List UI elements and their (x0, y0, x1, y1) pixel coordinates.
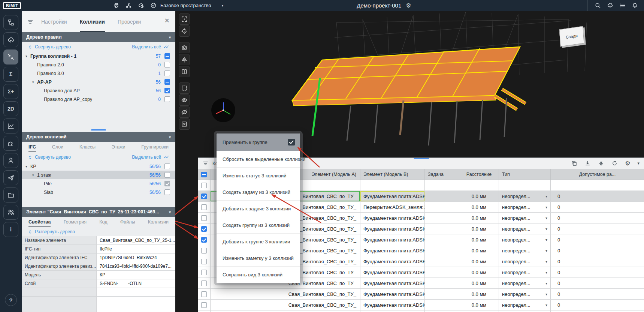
collision-tree-item[interactable]: ▾ 1 этаж 56/56 (22, 171, 175, 179)
hide-elements-button[interactable] (179, 106, 190, 118)
menu-item[interactable]: Создать группу из 3 коллизий (217, 217, 300, 233)
panel-tab[interactable]: Коллизии (80, 11, 105, 32)
workspace-selector[interactable]: Базовое пространство ▾ (160, 3, 224, 8)
cell-allowed-value[interactable]: 0 (551, 202, 644, 212)
show-elements-button[interactable] (179, 94, 190, 106)
cell-task[interactable] (425, 191, 459, 201)
print-button[interactable] (113, 2, 120, 9)
section-resize-handle[interactable] (91, 129, 106, 130)
panel-resize-handle[interactable] (414, 158, 429, 159)
cell-task[interactable] (425, 180, 459, 190)
row-checkbox[interactable] (201, 280, 207, 286)
cell-type-dropdown[interactable]: неопредел... ▾ (499, 224, 551, 234)
cell-type-dropdown[interactable]: неопредел... ▾ (499, 278, 551, 288)
project-settings-gear-icon[interactable]: ⚙ (406, 2, 411, 9)
cell-element-a[interactable]: Свая_Винтовая_СВС_по_ТУ_ (211, 289, 360, 299)
row-checkbox[interactable] (201, 194, 207, 199)
collapse-panel-chevron-icon[interactable]: ▾ (637, 161, 640, 166)
cell-type-dropdown[interactable]: неопредел... ▾ (499, 289, 551, 299)
rule-checkbox[interactable] (164, 96, 170, 102)
cell-allowed-value[interactable]: 0 (551, 278, 644, 288)
cell-element-a[interactable]: Свая_Винтовая_СВС_по_ТУ_ (211, 310, 360, 312)
sidebar-item-sums[interactable]: Σ (3, 67, 18, 82)
rule-tree-item[interactable]: ▾ АР-АР 56 (22, 78, 175, 86)
property-value[interactable]: S-FNDN-____-OTLN (97, 279, 175, 288)
sidebar-item-2d[interactable]: 2D (3, 101, 18, 116)
cell-task[interactable] (425, 202, 459, 212)
menu-item[interactable]: Добавить к группе 3 коллизии (217, 233, 300, 250)
node-checkbox[interactable] (164, 189, 170, 195)
cell-allowed-value[interactable]: 0 (551, 191, 644, 201)
org-structure-button[interactable] (126, 2, 132, 9)
cell-element-a[interactable]: Свая_Винтовая_СВС_по_ТУ_ (211, 300, 360, 310)
rule-checkbox[interactable] (164, 62, 170, 68)
column-header-task[interactable]: Задача (425, 169, 459, 180)
cell-element-b[interactable]: Фундаментная плита:ADSK_ (360, 224, 425, 234)
table-row[interactable]: Свая_Винтовая_СВС_по_ТУ_ Фундаментная пл… (198, 310, 644, 312)
duplicate-button[interactable] (571, 160, 577, 166)
node-checkbox[interactable] (164, 164, 170, 169)
close-icon[interactable]: × (164, 16, 169, 25)
row-checkbox[interactable] (201, 248, 207, 254)
property-value[interactable] (97, 297, 175, 305)
collision-tree-tab[interactable]: Этажи (112, 142, 126, 152)
collision-tree-item[interactable]: ▾ Pile 56/56 (22, 179, 175, 188)
cell-element-b[interactable]: Перекрытие:ADSK_земля:10... (360, 202, 425, 212)
axis-gizmo[interactable] (211, 98, 235, 122)
search-button[interactable] (595, 2, 601, 9)
sidebar-item-plugins[interactable] (3, 136, 18, 151)
sidebar-item-charts[interactable] (3, 118, 18, 134)
panel-menu-icon[interactable] (27, 18, 34, 25)
list-view-button[interactable] (619, 2, 626, 9)
cell-allowed-value[interactable]: 0 (551, 289, 644, 299)
table-row[interactable]: Свая_Винтовая_СВС_по_ТУ_ Фундаментная пл… (198, 300, 644, 310)
property-value[interactable]: IfcPile (97, 245, 175, 253)
panel-tab[interactable]: Настройки (41, 11, 67, 32)
help-button[interactable]: ? (5, 294, 17, 306)
column-header-type[interactable]: Тип (499, 169, 551, 180)
collision-tree-header[interactable]: Дерево коллизий ▾ (22, 132, 175, 142)
sidebar-item-upload[interactable] (3, 32, 18, 47)
cell-allowed-value[interactable]: 0 (551, 310, 644, 312)
cell-element-b[interactable]: Фундаментная плита:ADSK_ (360, 289, 425, 299)
fit-columns-button[interactable] (598, 160, 604, 166)
cell-allowed-value[interactable] (551, 180, 644, 190)
apply-to-group-checkbox[interactable] (288, 139, 295, 146)
element-tab[interactable]: Код (99, 217, 107, 227)
rule-checkbox[interactable] (164, 70, 170, 76)
cell-task[interactable] (425, 300, 459, 310)
cell-allowed-value[interactable]: 0 (551, 224, 644, 234)
row-checkbox[interactable] (201, 237, 207, 243)
row-checkbox[interactable] (201, 302, 207, 308)
cell-element-b[interactable]: Фундаментная плита:ADSK_ (360, 300, 425, 310)
element-section-header[interactable]: Элемент "Свая_Винтовая_СВС_по_ТУ_25-11-2… (22, 207, 175, 217)
property-value[interactable] (97, 288, 175, 296)
collision-tree-item[interactable]: ▾ КР 56/56 (22, 162, 175, 171)
cell-task[interactable] (425, 310, 459, 312)
app-logo[interactable]: BiMiT (3, 2, 21, 9)
select-all-link[interactable]: Выделить всё ✓✓ (132, 44, 169, 50)
node-checkbox[interactable] (164, 172, 170, 178)
section-plane-button[interactable] (179, 54, 190, 65)
rule-tree-item[interactable]: ▾ Правило для АР_copy 0 (22, 95, 175, 104)
row-checkbox[interactable] (201, 291, 207, 297)
collision-tree-tab[interactable]: Слои (52, 142, 63, 152)
select-all-checkbox[interactable] (201, 172, 207, 177)
cell-element-b[interactable]: Фундаментная плита:ADSK_ (360, 234, 425, 245)
property-value[interactable]: КР (97, 271, 175, 279)
menu-item[interactable]: Сохранить вид 3 коллизий (217, 266, 300, 283)
refresh-button[interactable] (611, 160, 618, 166)
table-settings-gear-icon[interactable]: ⚙ (625, 160, 630, 167)
property-value[interactable]: Свая_Винтовая_СВС_по_ТУ_25-1... (97, 236, 175, 244)
column-header-model-b[interactable]: Элемент (Модель B) (360, 169, 425, 180)
cell-task[interactable] (425, 256, 459, 267)
collision-tree-tab[interactable]: IFC (28, 142, 36, 152)
cell-element-b[interactable]: Фундаментная плита:ADSK_ (360, 278, 425, 288)
select-all-link[interactable]: Выделить всё ✓✓ (132, 154, 169, 160)
sidebar-item-share[interactable] (3, 170, 18, 185)
sync-history-button[interactable] (138, 2, 144, 9)
cell-element-b[interactable] (360, 180, 425, 190)
collision-tree-item[interactable]: ▾ Slab 56/56 (22, 188, 175, 196)
cell-allowed-value[interactable]: 0 (551, 267, 644, 278)
node-checkbox[interactable] (164, 181, 170, 186)
